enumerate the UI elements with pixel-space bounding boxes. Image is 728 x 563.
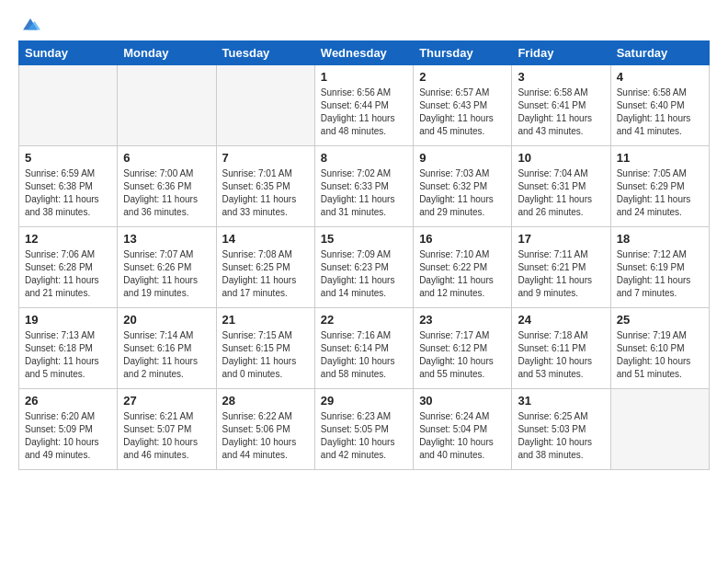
cell-info: Sunrise: 6:57 AMSunset: 6:43 PMDaylight:… <box>419 86 506 138</box>
cell-info: Sunrise: 6:20 AMSunset: 5:09 PMDaylight:… <box>25 410 111 462</box>
day-number: 14 <box>222 232 309 246</box>
weekday-header-row: SundayMondayTuesdayWednesdayThursdayFrid… <box>19 41 710 65</box>
calendar-cell: 3Sunrise: 6:58 AMSunset: 6:41 PMDaylight… <box>512 65 610 146</box>
calendar-cell: 17Sunrise: 7:11 AMSunset: 6:21 PMDayligh… <box>512 227 610 308</box>
calendar-cell: 19Sunrise: 7:13 AMSunset: 6:18 PMDayligh… <box>19 308 118 389</box>
calendar-cell: 4Sunrise: 6:58 AMSunset: 6:40 PMDaylight… <box>610 65 709 146</box>
calendar-cell <box>610 389 709 470</box>
cell-info: Sunrise: 7:06 AMSunset: 6:28 PMDaylight:… <box>25 248 111 300</box>
day-number: 20 <box>123 313 210 327</box>
calendar-cell: 28Sunrise: 6:22 AMSunset: 5:06 PMDayligh… <box>216 389 314 470</box>
calendar-cell: 14Sunrise: 7:08 AMSunset: 6:25 PMDayligh… <box>216 227 314 308</box>
day-number: 4 <box>617 70 703 84</box>
calendar-cell: 27Sunrise: 6:21 AMSunset: 5:07 PMDayligh… <box>118 389 216 470</box>
day-number: 9 <box>419 151 506 165</box>
cell-info: Sunrise: 6:22 AMSunset: 5:06 PMDaylight:… <box>222 410 309 462</box>
calendar-cell: 7Sunrise: 7:01 AMSunset: 6:35 PMDaylight… <box>216 146 314 227</box>
cell-info: Sunrise: 7:14 AMSunset: 6:16 PMDaylight:… <box>123 329 210 381</box>
cell-info: Sunrise: 7:05 AMSunset: 6:29 PMDaylight:… <box>617 167 703 219</box>
day-number: 30 <box>419 394 506 408</box>
day-number: 1 <box>321 70 407 84</box>
calendar-cell: 13Sunrise: 7:07 AMSunset: 6:26 PMDayligh… <box>118 227 216 308</box>
cell-info: Sunrise: 6:59 AMSunset: 6:38 PMDaylight:… <box>25 167 111 219</box>
cell-info: Sunrise: 6:58 AMSunset: 6:40 PMDaylight:… <box>617 86 703 138</box>
day-number: 31 <box>518 394 604 408</box>
header <box>18 15 710 31</box>
cell-info: Sunrise: 6:25 AMSunset: 5:03 PMDaylight:… <box>518 410 604 462</box>
cell-info: Sunrise: 6:58 AMSunset: 6:41 PMDaylight:… <box>518 86 604 138</box>
calendar-cell: 25Sunrise: 7:19 AMSunset: 6:10 PMDayligh… <box>610 308 709 389</box>
calendar-cell: 11Sunrise: 7:05 AMSunset: 6:29 PMDayligh… <box>610 146 709 227</box>
cell-info: Sunrise: 7:16 AMSunset: 6:14 PMDaylight:… <box>321 329 407 381</box>
calendar-cell: 29Sunrise: 6:23 AMSunset: 5:05 PMDayligh… <box>314 389 413 470</box>
weekday-header-thursday: Thursday <box>414 41 512 65</box>
calendar: SundayMondayTuesdayWednesdayThursdayFrid… <box>18 40 710 470</box>
day-number: 24 <box>518 313 604 327</box>
cell-info: Sunrise: 6:24 AMSunset: 5:04 PMDaylight:… <box>419 410 506 462</box>
day-number: 18 <box>617 232 703 246</box>
day-number: 17 <box>518 232 604 246</box>
day-number: 19 <box>25 313 111 327</box>
day-number: 26 <box>25 394 111 408</box>
calendar-cell: 24Sunrise: 7:18 AMSunset: 6:11 PMDayligh… <box>512 308 610 389</box>
calendar-cell <box>19 65 118 146</box>
cell-info: Sunrise: 7:12 AMSunset: 6:19 PMDaylight:… <box>617 248 703 300</box>
day-number: 27 <box>123 394 210 408</box>
calendar-cell: 16Sunrise: 7:10 AMSunset: 6:22 PMDayligh… <box>414 227 512 308</box>
cell-info: Sunrise: 6:21 AMSunset: 5:07 PMDaylight:… <box>123 410 210 462</box>
calendar-cell: 30Sunrise: 6:24 AMSunset: 5:04 PMDayligh… <box>414 389 512 470</box>
day-number: 23 <box>419 313 506 327</box>
cell-info: Sunrise: 7:10 AMSunset: 6:22 PMDaylight:… <box>419 248 506 300</box>
cell-info: Sunrise: 7:19 AMSunset: 6:10 PMDaylight:… <box>617 329 703 381</box>
day-number: 13 <box>123 232 210 246</box>
cell-info: Sunrise: 7:03 AMSunset: 6:32 PMDaylight:… <box>419 167 506 219</box>
day-number: 21 <box>222 313 309 327</box>
cell-info: Sunrise: 7:02 AMSunset: 6:33 PMDaylight:… <box>321 167 407 219</box>
day-number: 25 <box>617 313 703 327</box>
calendar-cell: 23Sunrise: 7:17 AMSunset: 6:12 PMDayligh… <box>414 308 512 389</box>
weekday-header-tuesday: Tuesday <box>216 41 314 65</box>
logo-icon <box>20 15 40 35</box>
calendar-cell: 31Sunrise: 6:25 AMSunset: 5:03 PMDayligh… <box>512 389 610 470</box>
page: SundayMondayTuesdayWednesdayThursdayFrid… <box>0 0 728 563</box>
calendar-cell: 22Sunrise: 7:16 AMSunset: 6:14 PMDayligh… <box>314 308 413 389</box>
calendar-cell: 2Sunrise: 6:57 AMSunset: 6:43 PMDaylight… <box>414 65 512 146</box>
day-number: 15 <box>321 232 407 246</box>
day-number: 8 <box>321 151 407 165</box>
calendar-cell: 15Sunrise: 7:09 AMSunset: 6:23 PMDayligh… <box>314 227 413 308</box>
day-number: 29 <box>321 394 407 408</box>
day-number: 6 <box>123 151 210 165</box>
calendar-cell: 8Sunrise: 7:02 AMSunset: 6:33 PMDaylight… <box>314 146 413 227</box>
calendar-cell: 18Sunrise: 7:12 AMSunset: 6:19 PMDayligh… <box>610 227 709 308</box>
day-number: 11 <box>617 151 703 165</box>
calendar-cell: 20Sunrise: 7:14 AMSunset: 6:16 PMDayligh… <box>118 308 216 389</box>
calendar-cell: 5Sunrise: 6:59 AMSunset: 6:38 PMDaylight… <box>19 146 118 227</box>
cell-info: Sunrise: 7:13 AMSunset: 6:18 PMDaylight:… <box>25 329 111 381</box>
calendar-cell: 21Sunrise: 7:15 AMSunset: 6:15 PMDayligh… <box>216 308 314 389</box>
week-row-5: 26Sunrise: 6:20 AMSunset: 5:09 PMDayligh… <box>19 389 710 470</box>
calendar-cell <box>118 65 216 146</box>
calendar-cell: 6Sunrise: 7:00 AMSunset: 6:36 PMDaylight… <box>118 146 216 227</box>
day-number: 16 <box>419 232 506 246</box>
cell-info: Sunrise: 7:08 AMSunset: 6:25 PMDaylight:… <box>222 248 309 300</box>
day-number: 2 <box>419 70 506 84</box>
day-number: 5 <box>25 151 111 165</box>
week-row-1: 1Sunrise: 6:56 AMSunset: 6:44 PMDaylight… <box>19 65 710 146</box>
cell-info: Sunrise: 7:04 AMSunset: 6:31 PMDaylight:… <box>518 167 604 219</box>
weekday-header-monday: Monday <box>118 41 216 65</box>
calendar-cell: 9Sunrise: 7:03 AMSunset: 6:32 PMDaylight… <box>414 146 512 227</box>
logo <box>18 15 40 31</box>
weekday-header-wednesday: Wednesday <box>314 41 413 65</box>
calendar-cell: 26Sunrise: 6:20 AMSunset: 5:09 PMDayligh… <box>19 389 118 470</box>
cell-info: Sunrise: 7:09 AMSunset: 6:23 PMDaylight:… <box>321 248 407 300</box>
week-row-2: 5Sunrise: 6:59 AMSunset: 6:38 PMDaylight… <box>19 146 710 227</box>
day-number: 28 <box>222 394 309 408</box>
calendar-cell <box>216 65 314 146</box>
cell-info: Sunrise: 7:00 AMSunset: 6:36 PMDaylight:… <box>123 167 210 219</box>
day-number: 22 <box>321 313 407 327</box>
calendar-cell: 1Sunrise: 6:56 AMSunset: 6:44 PMDaylight… <box>314 65 413 146</box>
week-row-4: 19Sunrise: 7:13 AMSunset: 6:18 PMDayligh… <box>19 308 710 389</box>
cell-info: Sunrise: 7:18 AMSunset: 6:11 PMDaylight:… <box>518 329 604 381</box>
weekday-header-saturday: Saturday <box>610 41 709 65</box>
weekday-header-friday: Friday <box>512 41 610 65</box>
